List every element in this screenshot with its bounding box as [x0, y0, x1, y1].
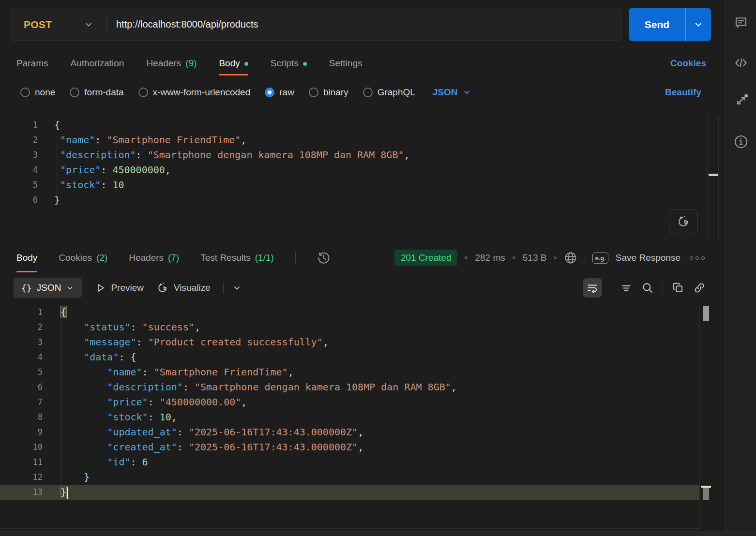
code-line: 10 "created_at": "2025-06-16T17:43:43.00… [0, 440, 699, 455]
copy-button[interactable] [672, 282, 684, 294]
request-editor-scrollbar[interactable] [707, 115, 719, 240]
headers-count: (9) [185, 58, 197, 69]
response-scrollbar-thumb[interactable] [703, 306, 709, 321]
tab-body[interactable]: Body [219, 51, 248, 75]
divider [585, 252, 585, 264]
response-time[interactable]: 282 ms [475, 253, 505, 263]
chevron-down-icon [84, 20, 93, 30]
code-text: "created_at": "2025-06-16T17:43:43.00000… [60, 440, 363, 455]
status-badge[interactable]: 201 Created [394, 250, 458, 266]
code-text: { [60, 305, 66, 320]
network-info-button[interactable] [564, 251, 577, 265]
text-cursor [67, 487, 68, 499]
tab-test-results[interactable]: Test Results (1/1) [200, 243, 274, 272]
code-line: 1{ [0, 305, 699, 320]
scrollbar-thumb[interactable] [709, 174, 718, 176]
radio-none[interactable]: none [20, 87, 55, 98]
more-options-button[interactable] [690, 256, 705, 260]
globe-icon [564, 251, 577, 265]
tab-response-headers[interactable]: Headers (7) [129, 243, 179, 272]
method-label: POST [24, 19, 52, 30]
code-line: 13} [0, 485, 699, 500]
line-number: 3 [0, 335, 43, 350]
expand-arrows-icon [733, 93, 749, 108]
radio-circle[interactable] [363, 88, 373, 97]
beautify-link[interactable]: Beautify [665, 87, 701, 98]
tab-headers[interactable]: Headers (9) [146, 51, 197, 75]
radio-binary[interactable]: binary [309, 87, 348, 98]
link-button[interactable] [693, 282, 706, 294]
tab-params[interactable]: Params [16, 51, 48, 75]
response-view-icons [583, 278, 706, 298]
code-snippet-button[interactable] [734, 56, 748, 70]
response-size[interactable]: 513 B [523, 253, 547, 263]
raw-format-selector[interactable]: JSON [433, 87, 471, 98]
line-number: 5 [0, 178, 38, 193]
code-text: "description": "Smartphone dengan kamera… [60, 380, 457, 395]
code-text: "name": "Smartphone FriendTime", [60, 365, 294, 380]
tab-scripts[interactable]: Scripts [271, 51, 307, 75]
indent-guide [61, 320, 61, 485]
resize-panel-button[interactable] [733, 93, 749, 108]
radio-circle[interactable] [138, 88, 148, 97]
response-history-button[interactable] [317, 251, 331, 265]
chevron-down-icon [232, 283, 242, 293]
postman-app: POST http://localhost:8000/api/products … [0, 0, 756, 536]
code-text: } [60, 485, 68, 500]
method-selector[interactable]: POST [12, 19, 106, 30]
request-body-editor[interactable]: 1{2 "name": "Smartphone FriendTime",3 "d… [0, 115, 700, 240]
line-number: 6 [0, 193, 38, 208]
line-number: 1 [0, 305, 43, 320]
line-number: 2 [0, 133, 38, 148]
wrap-text-button[interactable] [583, 278, 602, 298]
radio-graphql[interactable]: GraphQL [363, 87, 415, 98]
preview-button[interactable]: Preview [94, 282, 144, 294]
comments-button[interactable] [734, 15, 748, 30]
tab-authorization[interactable]: Authorization [70, 51, 124, 75]
code-text: "updated_at": "2025-06-16T17:43:43.00000… [60, 425, 363, 440]
save-response-button[interactable]: Save Response [616, 253, 680, 263]
body-modified-dot [244, 62, 248, 66]
send-options-button[interactable] [686, 8, 711, 41]
sparkle-circle-icon [676, 214, 691, 229]
response-body-editor[interactable]: 1{2 "status": "success",3 "message": "Pr… [0, 305, 700, 529]
code-line: 6 "description": "Smartphone dengan kame… [0, 380, 699, 395]
visualize-options-button[interactable] [232, 283, 242, 293]
tab-response-body[interactable]: Body [16, 243, 37, 272]
send-label[interactable]: Send [629, 8, 685, 41]
tab-response-cookies[interactable]: Cookies (2) [59, 243, 107, 272]
postbot-ai-button[interactable] [669, 209, 698, 234]
radio-circle-selected[interactable] [265, 88, 274, 97]
response-meta-row: Body Cookies (2) Headers (7) Test Result… [0, 243, 726, 272]
code-icon [734, 56, 748, 70]
radio-raw[interactable]: raw [265, 87, 294, 98]
divider [295, 252, 296, 264]
code-line: 4 "data": { [0, 350, 699, 365]
radio-x-www-form-urlencoded[interactable]: x-www-form-urlencoded [138, 87, 251, 98]
radio-circle[interactable] [309, 88, 318, 97]
line-number: 7 [0, 395, 43, 410]
filter-icon [620, 282, 633, 294]
tab-settings[interactable]: Settings [329, 51, 363, 75]
radio-form-data[interactable]: form-data [70, 87, 123, 98]
code-text: "data": { [60, 350, 136, 365]
line-number: 10 [0, 440, 43, 455]
code-text: "stock": 10 [54, 178, 124, 193]
response-format-selector[interactable]: {} JSON [14, 278, 82, 298]
info-button[interactable] [733, 134, 749, 149]
url-input[interactable]: http://localhost:8000/api/products [106, 19, 258, 30]
request-bar: POST http://localhost:8000/api/products … [12, 8, 711, 41]
line-number: 4 [0, 163, 38, 178]
cookies-link[interactable]: Cookies [670, 51, 706, 75]
filter-button[interactable] [620, 282, 633, 294]
visualize-button[interactable]: Visualize [156, 282, 211, 294]
code-text: } [60, 470, 90, 485]
code-line: 2 "status": "success", [0, 320, 699, 335]
code-text: "status": "success", [60, 320, 200, 335]
search-button[interactable] [641, 282, 654, 294]
code-text: "message": "Product created successfully… [60, 335, 329, 350]
radio-circle[interactable] [20, 88, 30, 97]
send-button[interactable]: Send [629, 8, 711, 41]
history-clock-icon [317, 251, 331, 265]
radio-circle[interactable] [70, 88, 79, 97]
